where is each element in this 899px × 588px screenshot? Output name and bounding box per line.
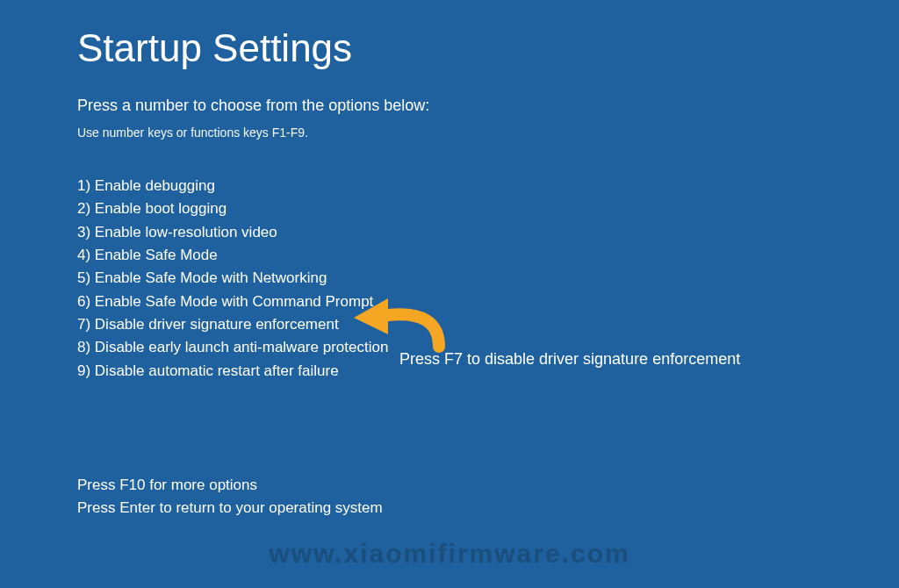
- page-title: Startup Settings: [77, 26, 899, 70]
- subtitle: Press a number to choose from the option…: [77, 97, 899, 115]
- footer-line-return: Press Enter to return to your operating …: [77, 497, 383, 520]
- callout-arrow-icon: [351, 294, 448, 355]
- startup-settings-screen: Startup Settings Press a number to choos…: [0, 0, 899, 383]
- callout-text: Press F7 to disable driver signature enf…: [399, 350, 740, 369]
- option-enable-low-resolution-video[interactable]: 3) Enable low-resolution video: [77, 221, 899, 244]
- option-enable-safe-mode[interactable]: 4) Enable Safe Mode: [77, 244, 899, 267]
- option-enable-debugging[interactable]: 1) Enable debugging: [77, 175, 899, 197]
- watermark: www.xiaomifirmware.com: [269, 539, 629, 569]
- option-enable-safe-mode-command-prompt[interactable]: 6) Enable Safe Mode with Command Prompt: [77, 290, 899, 313]
- footer: Press F10 for more options Press Enter t…: [77, 474, 383, 519]
- hint-text: Use number keys or functions keys F1-F9.: [77, 125, 899, 140]
- option-disable-driver-signature-enforcement[interactable]: 7) Disable driver signature enforcement: [77, 313, 899, 336]
- option-enable-boot-logging[interactable]: 2) Enable boot logging: [77, 197, 899, 220]
- footer-line-more-options: Press F10 for more options: [77, 474, 383, 497]
- option-enable-safe-mode-networking[interactable]: 5) Enable Safe Mode with Networking: [77, 267, 899, 290]
- svg-marker-0: [354, 298, 388, 334]
